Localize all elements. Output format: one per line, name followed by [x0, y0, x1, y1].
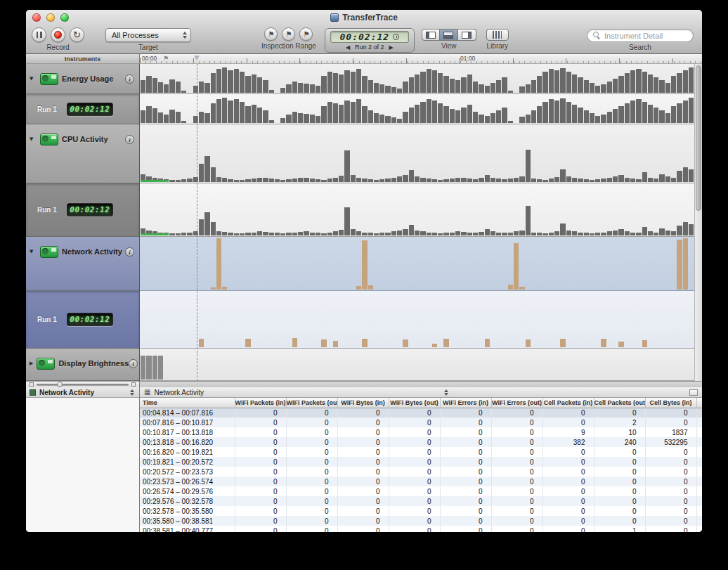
grid-view-icon[interactable]: ▦ — [144, 389, 150, 396]
cell-time: 00:19.821 – 00:20.572 — [140, 457, 235, 467]
chart-bar — [450, 109, 455, 123]
column-header[interactable]: Time — [140, 398, 235, 408]
disclosure-triangle-icon[interactable]: ▼ — [30, 246, 37, 258]
column-header[interactable]: WiFi Bytes (in) — [337, 398, 389, 408]
track-cpu-activity[interactable]: ▼ CPU Activity i — [26, 124, 139, 183]
table-row[interactable]: 00:38.581 – 00:40.777000000010 — [140, 526, 702, 532]
view-right-pane-button[interactable] — [458, 29, 476, 41]
chart-bar — [677, 103, 682, 123]
small-track-icon[interactable] — [30, 382, 34, 387]
track-network-activity[interactable]: ▼ Network Activity i — [26, 237, 139, 291]
chart-bar — [257, 178, 262, 182]
lane-energy-run[interactable] — [140, 94, 702, 124]
loop-button[interactable]: ↻ — [70, 27, 84, 42]
detail-breadcrumb[interactable]: Network Activity — [154, 389, 204, 396]
lane-cpu-main[interactable] — [140, 124, 702, 183]
chart-bar — [549, 179, 554, 182]
cell-value: 0 — [235, 516, 286, 526]
zoom-button[interactable] — [60, 13, 69, 22]
track-size-slider[interactable] — [26, 381, 140, 387]
library-button[interactable] — [486, 29, 509, 41]
inspection-clear-button[interactable]: ⚑ — [299, 27, 313, 41]
next-run-button[interactable]: ▶ — [389, 44, 394, 51]
chart-bar — [158, 356, 163, 380]
table-row[interactable]: 00:13.818 – 00:16.820000000382240532295 — [140, 437, 702, 447]
vertical-scrollbar[interactable] — [694, 64, 702, 381]
chart-bar — [333, 103, 338, 123]
run-cell-network[interactable]: Run 1 00:02:12 — [26, 291, 139, 349]
inspection-start-button[interactable]: ⚑ — [264, 27, 278, 41]
chart-bar — [275, 179, 280, 182]
playhead-marker[interactable] — [194, 56, 200, 60]
lane-network-main[interactable] — [140, 237, 702, 291]
column-header[interactable]: WiFi Packets (out) — [286, 398, 337, 408]
pause-button[interactable] — [32, 27, 46, 42]
track-energy-usage[interactable]: ▼ Energy Usage i — [26, 64, 139, 94]
lane-display-brightness[interactable] — [140, 349, 702, 381]
titlebar[interactable]: TransferTrace — [26, 10, 702, 25]
column-header[interactable]: Cell Packets (out) — [594, 398, 645, 408]
detail-instrument-selector[interactable]: Network Activity — [26, 387, 139, 398]
chart-bar — [490, 83, 495, 93]
view-detail-pane-button[interactable] — [440, 29, 458, 41]
disclosure-triangle-icon[interactable]: ▶ — [30, 358, 33, 370]
timeline-ruler[interactable]: 00:00 01:00 ⚑ — [140, 54, 702, 64]
lane-cpu-run[interactable] — [140, 183, 702, 237]
target-popup[interactable]: All Processes — [105, 28, 191, 42]
table-row[interactable]: 00:16.820 – 00:19.821000000000 — [140, 447, 702, 457]
run-cell-cpu[interactable]: Run 1 00:02:12 — [26, 183, 139, 237]
column-header[interactable]: C — [696, 398, 702, 408]
scrollbar-thumb[interactable] — [696, 65, 701, 211]
table-row[interactable]: 00:10.817 – 00:13.8180000009101837 — [140, 427, 702, 437]
table-row[interactable]: 00:20.572 – 00:23.573000000000 — [140, 467, 702, 477]
chart-bar — [485, 116, 490, 123]
column-header[interactable]: WiFi Errors (in) — [440, 398, 491, 408]
column-header[interactable]: WiFi Errors (out) — [491, 398, 542, 408]
table-row[interactable]: 00:26.574 – 00:29.576000000000 — [140, 486, 702, 496]
cell-value — [696, 447, 702, 457]
view-left-pane-button[interactable] — [422, 29, 440, 41]
clock-icon — [393, 34, 399, 40]
table-row[interactable]: 00:35.580 – 00:38.581000000000 — [140, 516, 702, 526]
pane-toggle-icon[interactable] — [689, 389, 698, 396]
column-header[interactable]: WiFi Packets (in) — [235, 398, 286, 408]
cell-value: 0 — [337, 496, 389, 506]
cell-value: 0 — [286, 496, 337, 506]
large-track-icon[interactable] — [131, 382, 136, 387]
info-button[interactable]: i — [129, 359, 138, 368]
track-display-brightness[interactable]: ▶ Display Brightness i — [26, 349, 139, 381]
lane-network-run[interactable] — [140, 291, 702, 349]
disclosure-triangle-icon[interactable]: ▼ — [30, 134, 37, 145]
chart-bar — [473, 112, 478, 123]
table-row[interactable]: 00:29.576 – 00:32.578000000000 — [140, 496, 702, 506]
run-cell-energy[interactable]: Run 1 00:02:12 — [26, 94, 139, 124]
record-button[interactable] — [51, 27, 65, 42]
search-field[interactable] — [587, 29, 694, 42]
chart-bar — [461, 232, 466, 235]
inspection-end-button[interactable]: ⚑ — [282, 27, 295, 41]
chart-bar — [473, 82, 478, 93]
table-row[interactable]: 00:04.814 – 00:07.816000000000 — [140, 408, 702, 417]
close-button[interactable] — [32, 13, 41, 22]
table-row[interactable]: 00:19.821 – 00:20.572000000000 — [140, 457, 702, 467]
info-button[interactable]: i — [125, 75, 134, 84]
table-row[interactable]: 00:23.573 – 00:26.574000000000 — [140, 477, 702, 486]
search-input[interactable] — [604, 32, 702, 40]
minimize-button[interactable] — [46, 13, 55, 22]
lane-energy-main[interactable] — [140, 64, 702, 94]
chart-bar — [584, 110, 589, 123]
column-header[interactable]: Cell Bytes (in) — [645, 398, 696, 408]
info-button[interactable]: i — [125, 247, 134, 257]
disclosure-triangle-icon[interactable]: ▼ — [30, 73, 37, 85]
column-header[interactable]: Cell Packets (in) — [542, 398, 594, 408]
info-button[interactable]: i — [125, 135, 134, 144]
column-header[interactable]: WiFi Bytes (out) — [389, 398, 440, 408]
detail-header: ▦ Network Activity — [140, 387, 702, 398]
previous-run-button[interactable]: ◀ — [346, 44, 350, 51]
slider-groove[interactable] — [37, 384, 129, 386]
playhead-line[interactable] — [197, 64, 197, 381]
chart-bar — [496, 233, 501, 235]
table-row[interactable]: 00:07.816 – 00:10.817000000020 — [140, 417, 702, 427]
slider-knob[interactable] — [57, 382, 63, 387]
table-row[interactable]: 00:32.578 – 00:35.580000000000 — [140, 506, 702, 516]
